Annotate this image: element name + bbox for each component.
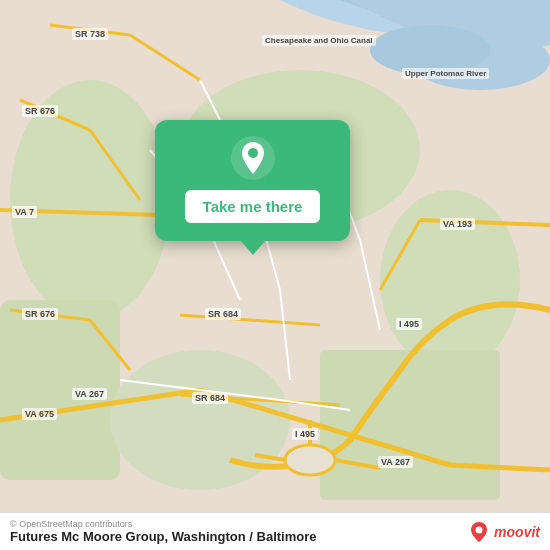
bottom-left-info: © OpenStreetMap contributors Futures Mc …	[10, 519, 316, 544]
svg-point-39	[248, 148, 258, 158]
map-svg	[0, 0, 550, 550]
bottom-bar: © OpenStreetMap contributors Futures Mc …	[0, 512, 550, 550]
location-pin-icon	[231, 136, 275, 180]
svg-rect-6	[320, 350, 500, 500]
svg-rect-4	[0, 300, 120, 480]
osm-attribution: © OpenStreetMap contributors	[10, 519, 316, 529]
svg-point-40	[476, 526, 483, 533]
svg-point-8	[370, 25, 490, 75]
location-title: Futures Mc Moore Group, Washington / Bal…	[10, 529, 316, 544]
svg-point-3	[380, 190, 520, 370]
popup-card: Take me there	[155, 120, 350, 241]
moovit-logo[interactable]: moovit	[468, 521, 540, 543]
svg-point-34	[285, 445, 335, 475]
moovit-pin-icon	[468, 521, 490, 543]
take-me-there-button[interactable]: Take me there	[185, 190, 321, 223]
svg-point-1	[10, 80, 170, 320]
moovit-label: moovit	[494, 524, 540, 540]
map-container: SR 738 SR 676 VA 7 SR 676 SR 684 SR 684 …	[0, 0, 550, 550]
